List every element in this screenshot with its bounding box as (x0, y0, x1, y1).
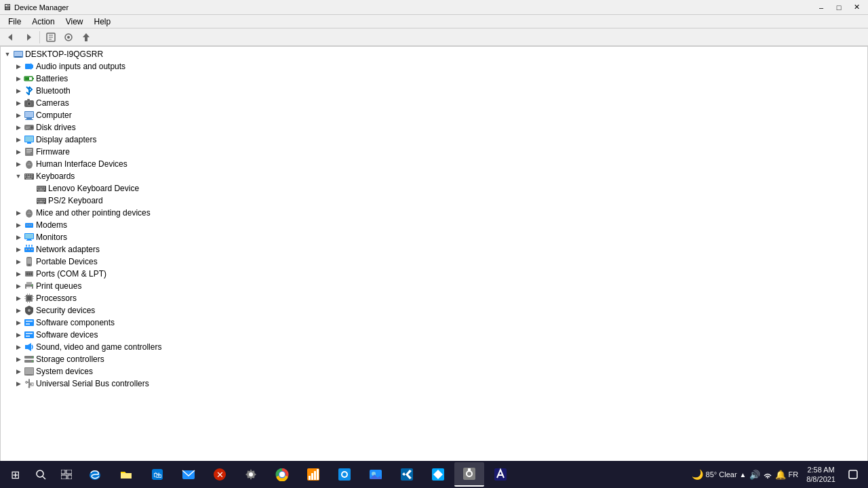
tree-audio[interactable]: ▶ Audio inputs and outputs (1, 60, 867, 73)
scan-button[interactable] (60, 30, 77, 45)
network-expand[interactable]: ▶ (13, 244, 24, 255)
tree-ps2-kb[interactable]: PS/2 Keyboard (1, 195, 867, 207)
audio-expand[interactable]: ▶ (13, 61, 24, 72)
tree-usb[interactable]: ▶ Universal Serial Bus controllers (1, 378, 867, 390)
hid-expand[interactable]: ▶ (13, 159, 24, 169)
clock[interactable]: 2:58 AM 8/8/2021 (802, 465, 840, 485)
tree-storage[interactable]: ▶ Storage controllers (1, 353, 867, 365)
tree-keyboards[interactable]: ▼ Keyboards (1, 170, 867, 182)
language-display[interactable]: FR (789, 470, 799, 479)
taskbar-explorer[interactable] (111, 462, 141, 487)
softwarecomp-expand[interactable]: ▶ (13, 317, 24, 328)
processors-expand[interactable]: ▶ (13, 293, 24, 304)
back-button[interactable] (3, 30, 19, 45)
softwaredev-expand[interactable]: ▶ (13, 329, 24, 340)
tree-batteries[interactable]: ▶ Batteries (1, 73, 867, 85)
tree-bluetooth[interactable]: ▶ Bluetooth (1, 85, 867, 97)
tree-computer[interactable]: ▶ Computer (1, 109, 867, 121)
tree-modems[interactable]: ▶ Modems (1, 219, 867, 231)
tree-cameras[interactable]: ▶ Cameras (1, 97, 867, 109)
mice-expand[interactable]: ▶ (13, 207, 24, 218)
diskdrives-expand[interactable]: ▶ (13, 122, 24, 133)
tree-network[interactable]: ▶ Network adapters (1, 243, 867, 256)
svg-rect-139 (68, 475, 72, 479)
properties-button[interactable] (43, 30, 59, 45)
taskbar-settings[interactable] (236, 462, 266, 487)
taskbar-vscode[interactable] (392, 462, 422, 487)
menu-action[interactable]: Action (26, 16, 60, 28)
monitors-expand[interactable]: ▶ (13, 232, 24, 243)
computer-expand[interactable]: ▶ (13, 110, 24, 121)
svg-rect-108 (29, 293, 30, 295)
bluetooth-expand[interactable]: ▶ (13, 85, 24, 96)
portable-expand[interactable]: ▶ (13, 256, 24, 267)
maximize-button[interactable]: □ (830, 0, 848, 15)
moon-icon[interactable]: 🌙 (692, 469, 703, 480)
menu-view[interactable]: View (60, 16, 89, 28)
security-expand[interactable]: ▶ (13, 305, 24, 316)
svg-rect-35 (26, 152, 31, 153)
tree-softwarecomp[interactable]: ▶ Software components (1, 317, 867, 329)
svg-rect-102 (27, 296, 31, 300)
volume-icon[interactable]: 🔔 (775, 470, 786, 480)
tree-processors[interactable]: ▶ Processors (1, 292, 867, 304)
main-panel[interactable]: ▼ DESKTOP-I9QGSRR ▶ Audio inputs and out… (0, 46, 868, 466)
task-view-button[interactable] (54, 462, 79, 487)
tree-printq[interactable]: ▶ Print queues (1, 280, 867, 292)
tree-security[interactable]: ▶ Security devices (1, 304, 867, 317)
taskbar-mail[interactable] (174, 462, 203, 487)
tree-portable[interactable]: ▶ Portable Devices (1, 256, 867, 268)
start-button[interactable]: ⊞ (3, 462, 27, 487)
taskbar-teamviewer[interactable] (330, 462, 359, 487)
tree-lenovo-kb[interactable]: Lenovo Keyboard Device (1, 182, 867, 195)
sound-expand[interactable]: ▶ (13, 342, 24, 352)
taskbar-app13[interactable] (486, 462, 515, 487)
tree-softwaredev[interactable]: ▶ Software devices (1, 329, 867, 341)
menu-help[interactable]: Help (89, 16, 117, 28)
taskbar-devmgr[interactable] (454, 462, 484, 487)
taskbar-app11[interactable] (423, 462, 453, 487)
taskbar-antivirus[interactable]: ✕ (205, 462, 235, 487)
update-button[interactable] (78, 30, 94, 45)
tree-diskdrives[interactable]: ▶ Disk drives (1, 121, 867, 134)
tree-display[interactable]: ▶ Display adapters (1, 134, 867, 146)
taskbar-chrome[interactable] (267, 462, 297, 487)
modems-expand[interactable]: ▶ (13, 220, 24, 230)
usb-expand[interactable]: ▶ (13, 378, 24, 389)
search-button[interactable] (28, 462, 53, 487)
taskbar-edge[interactable] (80, 462, 110, 487)
network-icon[interactable] (763, 469, 772, 481)
diskdrives-label: Disk drives (36, 123, 76, 132)
chevron-up-icon[interactable]: ▲ (740, 471, 747, 479)
keyboards-expand[interactable]: ▼ (13, 171, 24, 182)
svg-marker-119 (28, 343, 31, 351)
cameras-expand[interactable]: ▶ (13, 98, 24, 108)
weather-display[interactable]: 85° Clear (706, 470, 737, 479)
menu-file[interactable]: File (3, 16, 26, 28)
tree-firmware[interactable]: ▶ Firmware (1, 146, 867, 158)
taskbar-photos[interactable] (361, 462, 391, 487)
printq-expand[interactable]: ▶ (13, 281, 24, 291)
minimize-button[interactable]: – (812, 0, 830, 15)
storage-expand[interactable]: ▶ (13, 354, 24, 365)
tree-mice[interactable]: ▶ Mice and other pointing devices (1, 207, 867, 219)
batteries-expand[interactable]: ▶ (13, 73, 24, 84)
tree-sound[interactable]: ▶ Sound, video and game controllers (1, 341, 867, 353)
tree-monitors[interactable]: ▶ Monitors (1, 231, 867, 243)
tree-root[interactable]: ▼ DESKTOP-I9QGSRR (1, 48, 867, 60)
notification-button[interactable] (841, 462, 865, 487)
display-expand[interactable]: ▶ (13, 134, 24, 145)
firmware-expand[interactable]: ▶ (13, 146, 24, 157)
taskbar-store[interactable]: 🛍 (142, 462, 172, 487)
tree-ports[interactable]: ▶ Ports (COM & LPT) (1, 268, 867, 280)
taskbar-taskman[interactable] (298, 462, 328, 487)
forward-button[interactable] (20, 30, 37, 45)
tree-hid[interactable]: ▶ Human Interface Devices (1, 158, 867, 170)
root-expand[interactable]: ▼ (2, 49, 13, 60)
usb-icon (24, 378, 35, 389)
ports-expand[interactable]: ▶ (13, 268, 24, 279)
system-expand[interactable]: ▶ (13, 366, 24, 377)
speaker-icon[interactable]: 🔊 (749, 470, 760, 480)
close-button[interactable]: ✕ (848, 0, 865, 15)
tree-system[interactable]: ▶ System devices (1, 365, 867, 378)
